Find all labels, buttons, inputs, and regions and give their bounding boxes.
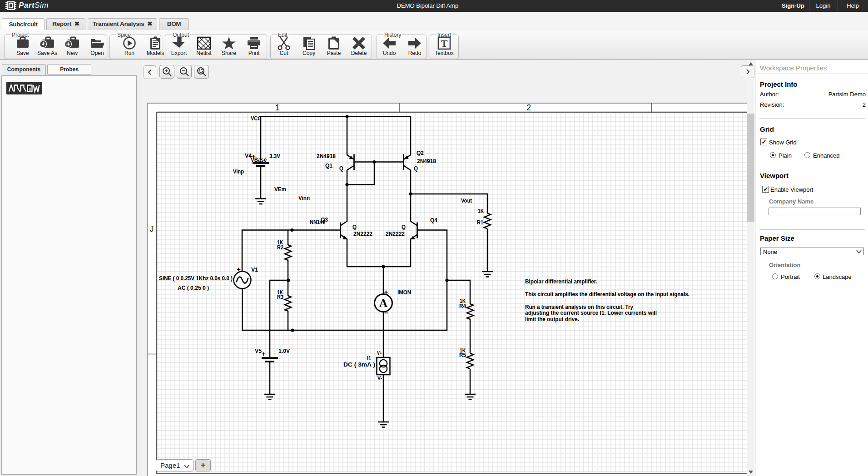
- svg-text:Q: Q: [402, 223, 406, 230]
- svg-text:1.0V: 1.0V: [278, 347, 290, 354]
- svg-text:+: +: [384, 288, 388, 296]
- svg-text:V5: V5: [255, 347, 262, 354]
- svg-text:+: +: [252, 153, 256, 160]
- svg-text:−: −: [384, 309, 388, 317]
- svg-text:Bipolar differential amplifier: Bipolar differential amplifier.: [525, 278, 597, 285]
- svg-text:limit the output drive.: limit the output drive.: [525, 316, 579, 322]
- svg-text:AC ( 0.25 0 ): AC ( 0.25 0 ): [178, 284, 209, 291]
- svg-text:IMON: IMON: [397, 289, 411, 296]
- svg-text:R1: R1: [477, 219, 483, 226]
- svg-text:2N4918: 2N4918: [417, 158, 436, 164]
- svg-text:Q2: Q2: [417, 149, 424, 156]
- svg-text:V+: V+: [377, 350, 382, 356]
- svg-text:VCC: VCC: [251, 115, 261, 122]
- svg-text:R5: R5: [459, 352, 466, 358]
- svg-text:SINE ( 0 0.25V 1Khz 0.0s 0.0 ): SINE ( 0 0.25V 1Khz 0.0s 0.0 ): [159, 275, 233, 282]
- svg-text:2N4918: 2N4918: [317, 153, 336, 159]
- svg-text:adjusting the current source I: adjusting the current source I1. Lower c…: [525, 309, 657, 316]
- svg-text:R2: R2: [277, 244, 283, 251]
- svg-text:J: J: [150, 224, 154, 233]
- svg-text:+: +: [262, 350, 266, 357]
- svg-text:Vinn: Vinn: [298, 194, 310, 201]
- svg-text:2N2222: 2N2222: [386, 230, 405, 237]
- svg-text:1: 1: [275, 103, 280, 112]
- svg-text:Q4: Q4: [430, 217, 437, 223]
- svg-text:2: 2: [526, 103, 531, 112]
- svg-text:A: A: [379, 297, 388, 310]
- svg-text:V-: V-: [377, 375, 382, 381]
- svg-text:3.3V: 3.3V: [269, 153, 280, 159]
- svg-text:Q1: Q1: [325, 162, 332, 169]
- svg-text:T: T: [441, 38, 448, 49]
- svg-text:DC ( 3mA ): DC ( 3mA ): [343, 361, 375, 368]
- svg-text:2N2222: 2N2222: [353, 230, 372, 237]
- svg-text:1K: 1K: [478, 208, 484, 214]
- svg-text:+: +: [237, 265, 241, 273]
- svg-text:R4: R4: [459, 302, 466, 309]
- svg-text:Vinp: Vinp: [233, 168, 244, 175]
- svg-text:V1: V1: [251, 266, 258, 273]
- svg-text:VEm: VEm: [274, 186, 286, 193]
- svg-text:This circuit amplifies the dif: This circuit amplifies the differential …: [525, 291, 689, 298]
- svg-text:Q: Q: [339, 165, 343, 172]
- svg-text:Vout: Vout: [461, 197, 472, 204]
- svg-text:Q3: Q3: [321, 216, 328, 223]
- svg-text:R3: R3: [277, 293, 283, 300]
- svg-text:Q: Q: [352, 223, 357, 230]
- svg-text:Q: Q: [414, 165, 418, 172]
- svg-text:I1: I1: [367, 355, 371, 362]
